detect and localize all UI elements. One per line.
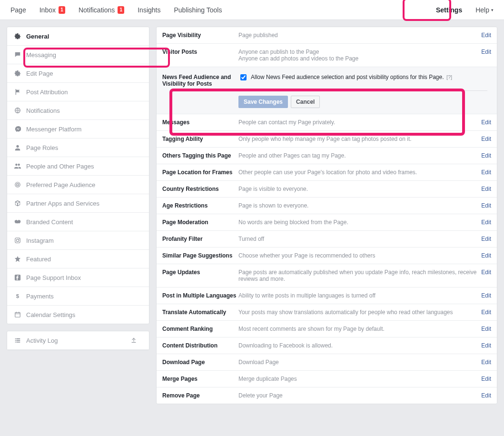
- nav-settings[interactable]: Settings: [429, 0, 469, 20]
- setting-label: Page Visibility: [162, 32, 238, 39]
- setting-value: Page is shown to everyone.: [238, 202, 481, 209]
- setting-label: Tagging Ability: [162, 136, 238, 142]
- edit-link[interactable]: Edit: [481, 342, 491, 349]
- settings-sidebar: GeneralMessagingEdit PagePost Attributio…: [7, 27, 149, 324]
- setting-value: Other people can use your Page's locatio…: [238, 169, 481, 176]
- edit-link[interactable]: Edit: [481, 236, 491, 242]
- svg-point-5: [16, 239, 19, 241]
- nav-insights[interactable]: Insights: [131, 0, 167, 20]
- setting-label: Post in Multiple Languages: [162, 292, 238, 299]
- sidebar-item-preferred-page-audience[interactable]: Preferred Page Audience: [7, 176, 149, 194]
- sidebar-item-label: Messaging: [26, 51, 56, 59]
- setting-label: Similar Page Suggestions: [162, 252, 238, 259]
- nav-help[interactable]: Help▾: [469, 0, 500, 20]
- setting-row-news-feed-audience-and-visibility-for-posts: News Feed Audience and Visibility for Po…: [157, 67, 497, 114]
- activity-log-link[interactable]: Activity Log: [7, 331, 149, 350]
- sidebar-item-label: Branded Content: [26, 218, 73, 226]
- setting-row-page-updates: Page UpdatesPage posts are automatically…: [157, 264, 497, 287]
- sidebar-item-messenger-platform[interactable]: Messenger Platform: [7, 120, 149, 139]
- svg-point-6: [19, 238, 19, 239]
- setting-value: Only people who help manage my Page can …: [238, 136, 481, 142]
- sidebar-item-branded-content[interactable]: Branded Content: [7, 213, 149, 231]
- sidebar-item-instagram[interactable]: Instagram: [7, 231, 149, 250]
- edit-link[interactable]: Edit: [481, 392, 491, 399]
- save-changes-button[interactable]: Save Changes: [238, 96, 288, 108]
- sidebar-item-edit-page[interactable]: Edit Page: [7, 64, 149, 83]
- edit-link[interactable]: Edit: [481, 136, 491, 142]
- edit-link[interactable]: Edit: [481, 219, 491, 226]
- setting-label: Remove Page: [162, 392, 238, 399]
- messenger-icon: [14, 125, 21, 133]
- star-icon: [14, 255, 21, 263]
- sidebar-item-notifications[interactable]: Notifications: [7, 101, 149, 120]
- sidebar-item-calendar-settings[interactable]: Calendar Settings: [7, 306, 149, 324]
- edit-link[interactable]: Edit: [481, 119, 491, 126]
- top-nav: Page Inbox1 Notifications1 Insights Publ…: [0, 0, 504, 20]
- setting-row-download-page: Download PageDownload PageEdit: [157, 354, 497, 371]
- setting-row-country-restrictions: Country RestrictionsPage is visible to e…: [157, 181, 497, 198]
- setting-row-messages: MessagesPeople can contact my Page priva…: [157, 114, 497, 131]
- edit-link[interactable]: Edit: [481, 269, 491, 282]
- setting-row-visitor-posts: Visitor PostsAnyone can publish to the P…: [157, 44, 497, 67]
- help-link[interactable]: [?]: [446, 74, 452, 80]
- edit-link[interactable]: Edit: [481, 49, 491, 62]
- sidebar-item-page-roles[interactable]: Page Roles: [7, 139, 149, 157]
- sidebar-item-messaging[interactable]: Messaging: [7, 46, 149, 64]
- svg-text:$: $: [16, 293, 20, 299]
- checkbox-label: Allow News Feed audience selection and p…: [251, 74, 452, 80]
- gear-icon: [14, 32, 21, 40]
- setting-value: Downloading to Facebook is allowed.: [238, 342, 481, 349]
- edit-link[interactable]: Edit: [481, 326, 491, 332]
- sidebar-item-label: Featured: [26, 256, 51, 263]
- edit-link[interactable]: Edit: [481, 292, 491, 299]
- edit-link[interactable]: Edit: [481, 376, 491, 382]
- svg-rect-4: [15, 238, 20, 243]
- inbox-badge: 1: [59, 6, 65, 14]
- sidebar-item-label: Preferred Page Audience: [26, 181, 95, 188]
- activity-log-box: Activity Log: [7, 331, 149, 350]
- nav-publishing-tools[interactable]: Publishing Tools: [167, 0, 228, 20]
- setting-label: Merge Pages: [162, 376, 238, 382]
- sidebar-item-people-and-other-pages[interactable]: People and Other Pages: [7, 157, 149, 176]
- sidebar-item-partner-apps-and-services[interactable]: Partner Apps and Services: [7, 194, 149, 213]
- sidebar-item-label: Notifications: [26, 107, 60, 114]
- setting-label: Download Page: [162, 359, 238, 366]
- edit-link[interactable]: Edit: [481, 186, 491, 192]
- setting-value: Turned off: [238, 236, 481, 242]
- person-icon: [14, 144, 21, 151]
- setting-label: Country Restrictions: [162, 186, 238, 192]
- people-icon: [14, 162, 21, 170]
- edit-link[interactable]: Edit: [481, 309, 491, 316]
- sidebar-item-payments[interactable]: $Payments: [7, 287, 149, 306]
- sidebar-item-featured[interactable]: Featured: [7, 250, 149, 268]
- sidebar-item-label: General: [26, 33, 49, 40]
- nav-notifications[interactable]: Notifications1: [72, 0, 131, 20]
- nav-inbox[interactable]: Inbox1: [33, 0, 72, 20]
- sidebar-item-post-attribution[interactable]: Post Attribution: [7, 83, 149, 101]
- setting-label: Content Distribution: [162, 342, 238, 349]
- target-icon: [14, 181, 21, 188]
- setting-label: Profanity Filter: [162, 236, 238, 242]
- globe-icon: [14, 107, 21, 114]
- edit-link[interactable]: Edit: [481, 169, 491, 176]
- edit-link[interactable]: Edit: [481, 359, 491, 366]
- setting-row-content-distribution: Content DistributionDownloading to Faceb…: [157, 337, 497, 354]
- setting-label: Age Restrictions: [162, 202, 238, 209]
- newsfeed-audience-checkbox[interactable]: [240, 74, 247, 80]
- edit-link[interactable]: Edit: [481, 32, 491, 39]
- setting-value: People can contact my Page privately.: [238, 119, 481, 126]
- sidebar-item-page-support-inbox[interactable]: Page Support Inbox: [7, 268, 149, 287]
- edit-link[interactable]: Edit: [481, 152, 491, 159]
- setting-value: No words are being blocked from the Page…: [238, 219, 481, 226]
- sidebar-item-label: Partner Apps and Services: [26, 200, 99, 207]
- nav-page[interactable]: Page: [4, 0, 33, 20]
- setting-label: Page Moderation: [162, 219, 238, 226]
- calendar-icon: [14, 311, 21, 318]
- svg-rect-9: [15, 313, 20, 317]
- edit-link[interactable]: Edit: [481, 202, 491, 209]
- sidebar-item-general[interactable]: General: [7, 27, 149, 46]
- setting-label: Messages: [162, 119, 238, 126]
- sidebar-item-label: Calendar Settings: [26, 311, 75, 318]
- edit-link[interactable]: Edit: [481, 252, 491, 259]
- cancel-button[interactable]: Cancel: [291, 96, 320, 108]
